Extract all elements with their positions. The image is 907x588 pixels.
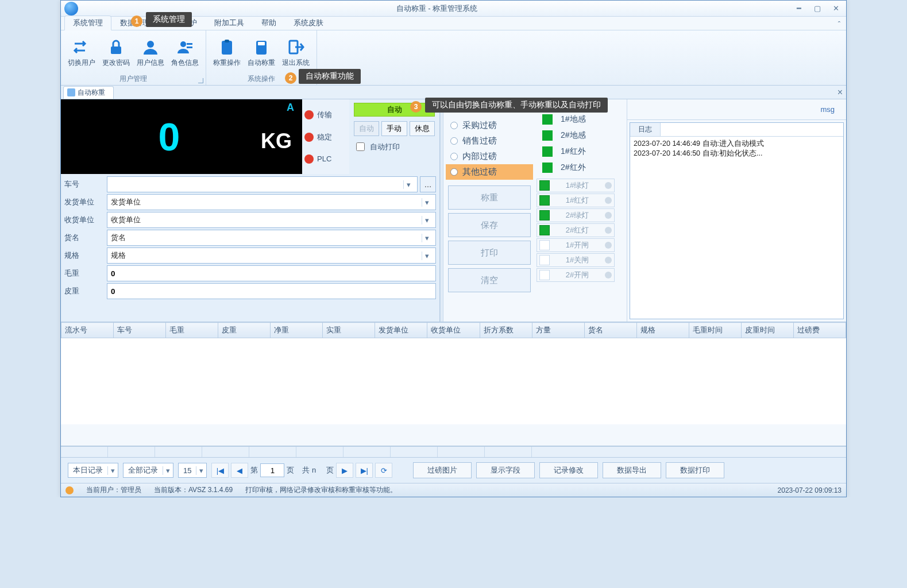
car-more-button[interactable]: … <box>420 176 436 192</box>
grid-column-header[interactable]: 流水号 <box>61 323 114 338</box>
menu-system-maint[interactable]: 系统维护 <box>159 16 206 30</box>
sender-combo[interactable]: 发货单位▾ <box>107 194 436 210</box>
device-row[interactable]: 1#关闸 <box>537 253 615 267</box>
page-number-input[interactable] <box>260 463 284 477</box>
auto-print-check-input[interactable] <box>356 142 365 151</box>
tool-weigh-operate[interactable]: 称重操作 <box>210 32 244 73</box>
grid-column-header[interactable]: 规格 <box>636 323 689 338</box>
grid-column-header[interactable]: 毛重时间 <box>689 323 741 338</box>
print-button[interactable]: 打印 <box>448 241 531 265</box>
device-name: 1#开闸 <box>553 240 601 250</box>
collapse-ribbon-icon[interactable]: ˆ <box>836 19 843 30</box>
spec-combo[interactable]: 规格▾ <box>107 247 436 264</box>
tool-role-info[interactable]: 角色信息 <box>168 32 202 73</box>
refresh-button[interactable]: ⟳ <box>375 463 392 478</box>
save-button[interactable]: 保存 <box>448 213 531 237</box>
gross-weight-input[interactable] <box>107 265 436 281</box>
current-user: 当前用户：管理员 <box>86 485 141 495</box>
all-records-select[interactable]: 全部记录▾ <box>123 463 173 478</box>
menu-system-manage[interactable]: 系统管理 <box>64 16 111 30</box>
last-page-button[interactable]: ▶| <box>356 463 373 478</box>
scale-type-internal[interactable]: 内部过磅 <box>446 149 533 164</box>
grid-column-header[interactable]: 皮重 <box>218 323 271 338</box>
clear-button[interactable]: 清空 <box>448 268 531 292</box>
tool-auto-weigh[interactable]: 自动称重 <box>244 32 279 73</box>
log-body: 2023-07-20 14:46:49 自动:进入自动模式 2023-07-20… <box>630 137 843 319</box>
device-dot-icon <box>605 227 612 234</box>
weight-unit: KG <box>261 129 292 153</box>
export-data-button[interactable]: 数据导出 <box>603 462 661 478</box>
grid-column-header[interactable]: 净重 <box>271 323 323 338</box>
ribbon-group-title: 系统操作 <box>206 74 317 85</box>
grid-column-header[interactable]: 实重 <box>323 323 375 338</box>
weigh-button[interactable]: 称重 <box>448 185 531 210</box>
grid-column-header[interactable]: 过磅费 <box>793 323 846 338</box>
chevron-down-icon: ▾ <box>422 252 432 260</box>
records-grid[interactable]: 流水号车号毛重皮重净重实重发货单位收货单位折方系数方量货名规格毛重时间皮重时间过… <box>61 322 846 446</box>
grid-column-header[interactable]: 收货单位 <box>427 323 480 338</box>
tool-change-password[interactable]: 更改密码 <box>99 32 133 73</box>
scale-type-sale[interactable]: 销售过磅 <box>446 133 533 149</box>
lock-icon <box>106 37 126 57</box>
clipboard-icon <box>217 37 237 57</box>
grid-column-header[interactable]: 车号 <box>114 323 166 338</box>
tool-switch-user[interactable]: 切换用户 <box>64 32 99 73</box>
device-row[interactable]: 1#开闸 <box>537 238 615 252</box>
first-page-button[interactable]: |◀ <box>211 463 229 478</box>
menu-addon-tools[interactable]: 附加工具 <box>206 16 253 30</box>
scale-type-purchase[interactable]: 采购过磅 <box>446 118 533 133</box>
tare-weight-input[interactable] <box>107 283 436 299</box>
device-row[interactable]: 2#绿灯 <box>537 208 615 222</box>
grid-column-header[interactable]: 皮重时间 <box>741 323 793 338</box>
print-data-button[interactable]: 数据打印 <box>666 462 724 478</box>
indicator-label: PLC <box>317 154 331 163</box>
tool-label: 更改密码 <box>102 58 130 68</box>
auto-print-checkbox[interactable]: 自动打印 <box>354 141 435 153</box>
swap-icon <box>72 37 91 57</box>
device-row[interactable]: 2#开闸 <box>537 268 615 282</box>
tool-user-info[interactable]: 用户信息 <box>133 32 168 73</box>
mode-manual-button[interactable]: 手动 <box>381 121 407 136</box>
next-page-button[interactable]: ▶ <box>336 463 353 478</box>
show-fields-button[interactable]: 显示字段 <box>476 462 535 478</box>
menu-skin[interactable]: 系统皮肤 <box>285 16 332 30</box>
maximize-button[interactable]: ▢ <box>810 4 824 13</box>
grid-column-header[interactable]: 折方系数 <box>480 323 532 338</box>
mode-auto-button[interactable]: 自动 <box>354 121 379 136</box>
menu-bar: 系统管理 数据管理 系统维护 附加工具 帮助 系统皮肤 ˆ <box>61 17 846 30</box>
grid-column-header[interactable]: 方量 <box>532 323 584 338</box>
device-name: 2#开闸 <box>553 270 601 280</box>
device-led-icon <box>539 225 550 235</box>
grid-column-header[interactable]: 发货单位 <box>375 323 427 338</box>
log-tab[interactable]: 日志 <box>630 123 661 136</box>
doc-tab-auto-weigh[interactable]: 自动称重 <box>63 86 114 99</box>
weigh-image-button[interactable]: 过磅图片 <box>413 462 472 478</box>
device-row[interactable]: 1#绿灯 <box>537 179 615 192</box>
receiver-combo[interactable]: 收货单位▾ <box>107 212 436 228</box>
page-size-select[interactable]: 15▾ <box>178 463 207 478</box>
select-value: 本日记录 <box>68 465 107 475</box>
mode-rest-button[interactable]: 休息 <box>410 121 435 136</box>
goods-combo[interactable]: 货名▾ <box>107 230 436 246</box>
doc-tab-close-icon[interactable]: × <box>837 87 843 98</box>
page-label: 页 <box>287 465 294 475</box>
device-row[interactable]: 2#红灯 <box>537 223 615 237</box>
chevron-down-icon: ▾ <box>107 466 118 475</box>
role-icon <box>175 37 195 57</box>
close-button[interactable]: ✕ <box>829 4 843 13</box>
car-number-combo[interactable]: ▾ <box>107 176 418 192</box>
minimize-button[interactable]: ━ <box>792 4 806 13</box>
edit-record-button[interactable]: 记录修改 <box>539 462 598 478</box>
menu-data-manage[interactable]: 数据管理 <box>111 16 159 30</box>
scale-type-other[interactable]: 其他过磅 <box>446 164 533 180</box>
prev-page-button[interactable]: ◀ <box>231 463 248 478</box>
menu-help[interactable]: 帮助 <box>253 16 285 30</box>
svg-rect-3 <box>187 43 192 45</box>
grid-column-header[interactable]: 货名 <box>584 323 636 338</box>
grid-column-header[interactable]: 毛重 <box>166 323 218 338</box>
tool-exit-system[interactable]: 退出系统 <box>279 32 313 73</box>
today-records-select[interactable]: 本日记录▾ <box>68 463 118 478</box>
device-row[interactable]: 1#红灯 <box>537 194 615 207</box>
doc-tab-icon <box>67 88 75 96</box>
field-label: 皮重 <box>64 284 107 299</box>
